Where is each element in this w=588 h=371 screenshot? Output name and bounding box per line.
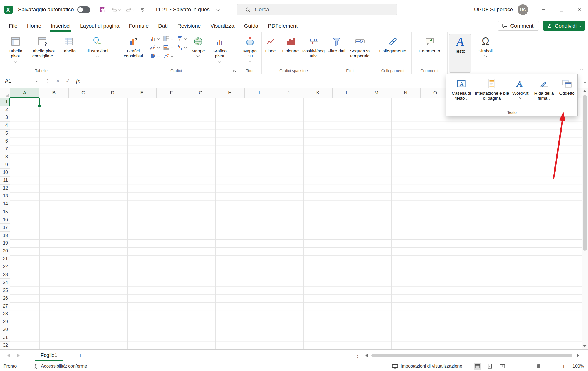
row-header-25[interactable]: 25 [0, 286, 10, 294]
zoom-slider[interactable] [521, 363, 556, 369]
zoom-in-button[interactable]: + [561, 363, 567, 370]
menu-tab-pdfelement[interactable]: PDFelement [263, 19, 302, 32]
maps-button[interactable]: Mappe [189, 34, 207, 58]
row-header-23[interactable]: 23 [0, 271, 10, 279]
menu-tab-dati[interactable]: Dati [153, 19, 173, 32]
collapse-ribbon-icon[interactable] [581, 66, 583, 71]
illustrations-button[interactable]: Illustrazioni [83, 34, 112, 58]
menu-tab-revisione[interactable]: Revisione [173, 19, 205, 32]
active-cell-selection[interactable] [10, 98, 40, 106]
maximize-button[interactable] [552, 0, 570, 19]
horizontal-scrollbar-thumb[interactable] [371, 354, 572, 357]
undo-icon[interactable] [111, 6, 120, 13]
select-all-corner[interactable] [0, 88, 10, 98]
column-header-G[interactable]: G [186, 88, 215, 98]
redo-icon[interactable] [125, 6, 135, 13]
insert-pie-chart-button[interactable] [149, 52, 160, 60]
row-header-1[interactable]: 1 [0, 98, 10, 106]
save-icon[interactable] [100, 6, 106, 13]
share-button[interactable]: Condividi [543, 21, 585, 31]
row-header-30[interactable]: 30 [0, 326, 10, 334]
sparkline-column-button[interactable]: Colonne [280, 34, 301, 55]
undo-dropdown-icon[interactable] [118, 8, 120, 11]
pivot-chart-button[interactable]: Grafico pivot [207, 34, 232, 63]
insert-hierarchy-chart-button[interactable] [162, 35, 174, 42]
column-header-F[interactable]: F [157, 88, 186, 98]
scroll-down-icon[interactable] [583, 345, 587, 347]
column-header-C[interactable]: C [69, 88, 98, 98]
horizontal-scrollbar[interactable] [365, 354, 579, 357]
column-header-E[interactable]: E [127, 88, 157, 98]
menu-tab-layout-di-pagina[interactable]: Layout di pagina [75, 19, 124, 32]
sparkline-line-button[interactable]: Linee [262, 34, 279, 55]
row-header-18[interactable]: 18 [0, 232, 10, 239]
row-header-8[interactable]: 8 [0, 153, 10, 161]
row-header-28[interactable]: 28 [0, 310, 10, 318]
normal-view-button[interactable] [474, 363, 481, 370]
column-header-I[interactable]: I [245, 88, 274, 98]
recommended-charts-button[interactable]: ? Grafici consigliati [120, 34, 146, 60]
charts-dialog-launcher-icon[interactable] [233, 69, 237, 73]
zoom-out-button[interactable]: − [511, 363, 516, 370]
column-header-A[interactable]: A [10, 88, 39, 98]
cancel-icon[interactable]: × [53, 77, 63, 84]
row-header-7[interactable]: 7 [0, 145, 10, 153]
row-header-2[interactable]: 2 [0, 106, 10, 114]
insert-funnel-chart-button[interactable] [176, 35, 187, 42]
timeline-button[interactable]: Sequenza temporale [347, 34, 373, 60]
column-header-N[interactable]: N [391, 88, 421, 98]
row-header-4[interactable]: 4 [0, 122, 10, 130]
row-header-24[interactable]: 24 [0, 279, 10, 286]
table-button[interactable]: Tabella [58, 34, 79, 55]
row-header-11[interactable]: 11 [0, 177, 10, 185]
row-header-29[interactable]: 29 [0, 318, 10, 326]
row-header-9[interactable]: 9 [0, 161, 10, 169]
row-header-21[interactable]: 21 [0, 255, 10, 263]
avatar[interactable]: US [518, 4, 528, 15]
page-layout-view-button[interactable] [486, 363, 494, 370]
sparkline-winloss-button[interactable]: Positivi/negativi [302, 34, 326, 60]
autosave-toggle[interactable] [77, 6, 90, 13]
accessibility-status[interactable]: Accessibilità: conforme [33, 364, 87, 369]
close-button[interactable] [570, 0, 588, 19]
name-box-resize-handle[interactable]: ⋮ [42, 78, 53, 84]
scroll-right-icon[interactable] [577, 354, 579, 357]
row-header-16[interactable]: 16 [0, 216, 10, 224]
recommended-pivot-tables-button[interactable]: ? Tabelle pivot consigliate [28, 34, 58, 60]
row-header-5[interactable]: 5 [0, 130, 10, 137]
column-header-O[interactable]: O [421, 88, 450, 98]
row-header-20[interactable]: 20 [0, 247, 10, 255]
scroll-left-icon[interactable] [365, 354, 368, 357]
row-header-6[interactable]: 6 [0, 137, 10, 145]
zoom-slider-thumb[interactable] [537, 364, 540, 368]
pivot-table-button[interactable]: Tabella pivot [4, 34, 27, 63]
sheet-bar-resize-handle[interactable]: ⋮ [355, 352, 360, 359]
enter-icon[interactable]: ✓ [63, 77, 73, 84]
menu-tab-inserisci[interactable]: Inserisci [46, 19, 75, 32]
textbox-menu-item[interactable]: A Casella di testo [449, 76, 474, 102]
page-break-view-button[interactable] [498, 363, 506, 370]
row-header-3[interactable]: 3 [0, 114, 10, 122]
slicer-button[interactable]: Filtro dati [327, 34, 346, 55]
text-button[interactable]: A Testo [449, 34, 471, 73]
add-sheet-button[interactable]: + [78, 352, 82, 359]
insert-scatter-chart-button[interactable] [162, 52, 174, 60]
row-header-14[interactable]: 14 [0, 200, 10, 208]
account-area[interactable]: UPDF Superace US [474, 0, 528, 19]
row-header-22[interactable]: 22 [0, 263, 10, 271]
scroll-up-icon[interactable] [583, 90, 587, 92]
map-3d-button[interactable]: Mappa 3D [240, 34, 260, 63]
column-header-D[interactable]: D [98, 88, 127, 98]
sheet-nav-left-icon[interactable] [3, 354, 14, 357]
insert-line-chart-button[interactable] [149, 44, 160, 51]
customize-quick-access-icon[interactable] [140, 7, 145, 12]
column-header-B[interactable]: B [39, 88, 69, 98]
vertical-scrollbar-thumb[interactable] [583, 95, 587, 251]
formula-bar-expand-icon[interactable] [584, 79, 586, 84]
row-header-12[interactable]: 12 [0, 185, 10, 192]
row-header-17[interactable]: 17 [0, 224, 10, 232]
menu-tab-home[interactable]: Home [22, 19, 46, 32]
menu-tab-formule[interactable]: Formule [124, 19, 153, 32]
excel-logo-icon[interactable]: X [3, 5, 14, 15]
redo-dropdown-icon[interactable] [132, 8, 135, 11]
